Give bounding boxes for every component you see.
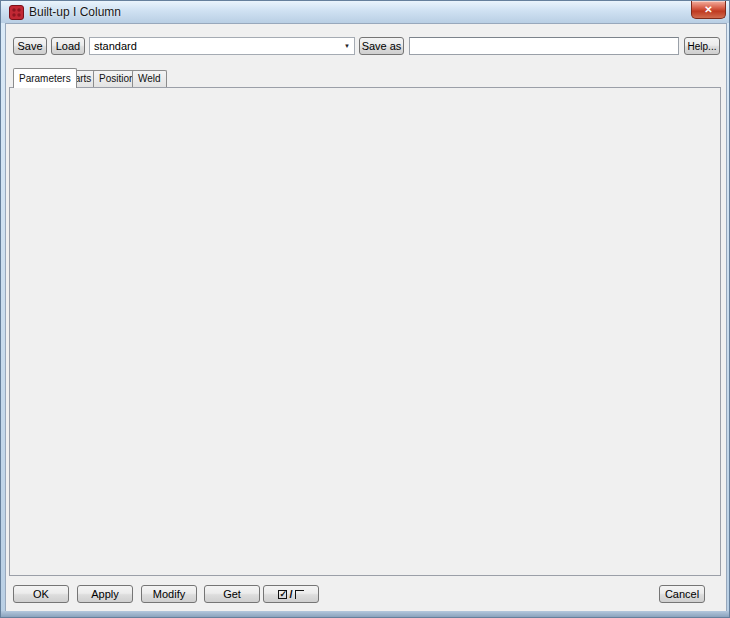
unchecked-box-icon <box>295 590 304 599</box>
close-button[interactable]: ✕ <box>691 1 726 19</box>
dropdown-arrow-icon: ▼ <box>344 42 350 50</box>
save-button[interactable]: Save <box>13 37 47 55</box>
modify-button[interactable]: Modify <box>141 585 197 603</box>
window-title: Built-up I Column <box>29 5 121 19</box>
tab-panel <box>9 87 721 576</box>
profile-combobox[interactable]: standard ▼ <box>89 37 355 55</box>
title-bar[interactable]: Built-up I Column ✕ <box>1 1 729 23</box>
tab-parameters[interactable]: Parameters <box>13 68 77 88</box>
save-as-button[interactable]: Save as <box>359 37 404 55</box>
toggle-all-checkboxes-button[interactable]: ✓/ <box>263 585 319 603</box>
ok-button[interactable]: OK <box>13 585 69 603</box>
dialog-window: Built-up I Column ✕ Save Load standard ▼… <box>0 0 730 618</box>
tab-weld[interactable]: Weld <box>132 70 167 88</box>
get-button[interactable]: Get <box>204 585 260 603</box>
toggle-separator: / <box>289 588 292 600</box>
app-icon <box>9 5 24 20</box>
help-button[interactable]: Help... <box>684 37 720 55</box>
load-button[interactable]: Load <box>51 37 85 55</box>
checked-box-icon: ✓ <box>278 590 287 599</box>
cancel-button[interactable]: Cancel <box>659 585 705 603</box>
profile-combobox-value: standard <box>94 40 137 52</box>
apply-button[interactable]: Apply <box>77 585 133 603</box>
window-frame-bottom <box>1 611 729 617</box>
save-as-input[interactable] <box>409 37 679 55</box>
